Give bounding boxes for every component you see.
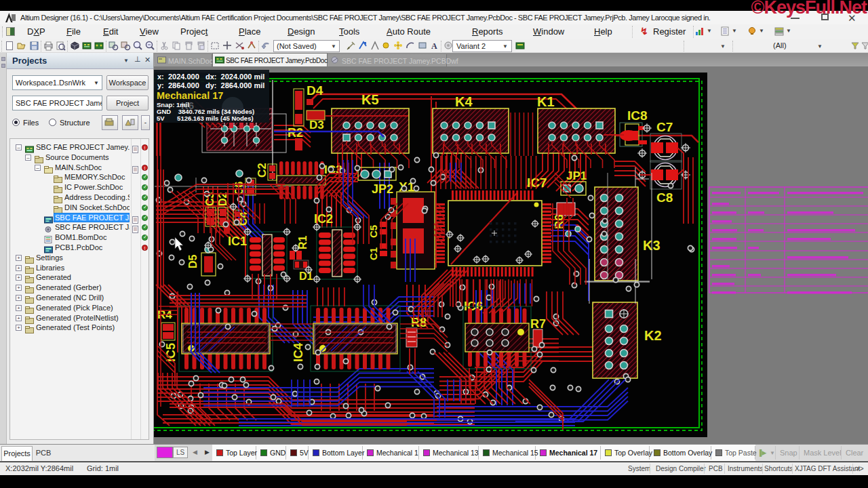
svg-text:JP1: JP1 (566, 169, 587, 182)
svg-text:K1: K1 (537, 94, 555, 109)
svg-text:IC7: IC7 (527, 176, 547, 190)
svg-text:R2: R2 (288, 126, 303, 140)
svg-text:C8: C8 (656, 190, 673, 205)
svg-text:C7: C7 (656, 120, 673, 134)
svg-text:IC8: IC8 (627, 108, 648, 123)
svg-text:JP2: JP2 (372, 182, 393, 196)
svg-text:R7: R7 (530, 317, 546, 331)
svg-text:K5: K5 (361, 92, 379, 107)
svg-text:D1: D1 (299, 270, 313, 282)
svg-text:D4: D4 (307, 83, 323, 98)
svg-text:D3: D3 (309, 119, 324, 131)
svg-text:A: A (431, 41, 437, 51)
svg-text:C1: C1 (368, 247, 379, 260)
svg-text:K2: K2 (644, 328, 662, 343)
svg-text:IC4: IC4 (292, 343, 305, 362)
svg-text:D5: D5 (187, 254, 199, 268)
svg-text:K4: K4 (455, 94, 473, 109)
svg-text:IC1: IC1 (228, 235, 247, 248)
svg-text:C2: C2 (256, 163, 269, 178)
